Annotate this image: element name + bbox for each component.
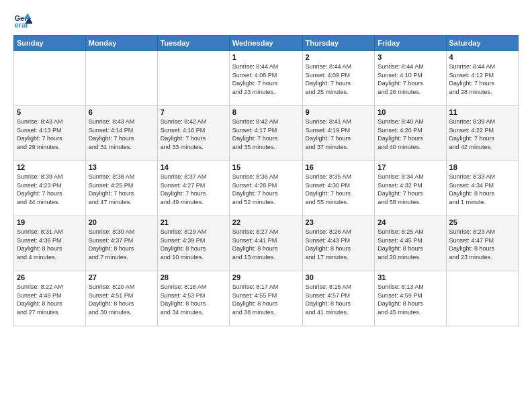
- day-info: Sunrise: 8:44 AM Sunset: 4:08 PM Dayligh…: [232, 62, 300, 96]
- day-number: 1: [232, 53, 300, 61]
- calendar-cell: 9Sunrise: 8:41 AM Sunset: 4:19 PM Daylig…: [302, 106, 375, 161]
- day-number: 4: [449, 53, 515, 61]
- calendar-cell: 13Sunrise: 8:38 AM Sunset: 4:25 PM Dayli…: [85, 161, 157, 216]
- calendar-cell: 11Sunrise: 8:39 AM Sunset: 4:22 PM Dayli…: [446, 106, 518, 161]
- day-number: 11: [449, 108, 515, 116]
- page: Gen eral SundayMondayTuesdayWednesdayThu…: [0, 0, 532, 411]
- day-info: Sunrise: 8:27 AM Sunset: 4:41 PM Dayligh…: [232, 228, 300, 261]
- day-info: Sunrise: 8:35 AM Sunset: 4:30 PM Dayligh…: [306, 173, 372, 206]
- calendar-cell: 18Sunrise: 8:33 AM Sunset: 4:34 PM Dayli…: [446, 161, 518, 216]
- day-number: 7: [161, 108, 226, 116]
- calendar-cell: 26Sunrise: 8:22 AM Sunset: 4:49 PM Dayli…: [14, 271, 86, 326]
- day-info: Sunrise: 8:40 AM Sunset: 4:20 PM Dayligh…: [378, 118, 443, 151]
- logo-icon: Gen eral: [13, 11, 32, 30]
- day-info: Sunrise: 8:22 AM Sunset: 4:49 PM Dayligh…: [17, 283, 83, 316]
- header-wednesday: Wednesday: [229, 36, 302, 51]
- calendar-cell: 12Sunrise: 8:39 AM Sunset: 4:23 PM Dayli…: [14, 161, 86, 216]
- day-number: 6: [89, 108, 154, 116]
- calendar-cell: [446, 271, 518, 326]
- day-number: 8: [232, 108, 300, 116]
- day-info: Sunrise: 8:43 AM Sunset: 4:14 PM Dayligh…: [89, 118, 154, 151]
- day-number: 25: [449, 218, 515, 226]
- day-info: Sunrise: 8:23 AM Sunset: 4:47 PM Dayligh…: [449, 228, 515, 261]
- day-info: Sunrise: 8:42 AM Sunset: 4:16 PM Dayligh…: [161, 118, 226, 151]
- day-info: Sunrise: 8:42 AM Sunset: 4:17 PM Dayligh…: [232, 118, 300, 151]
- calendar-cell: 25Sunrise: 8:23 AM Sunset: 4:47 PM Dayli…: [446, 216, 518, 271]
- day-number: 3: [378, 53, 443, 61]
- day-number: 20: [89, 218, 154, 226]
- calendar-week-1: 5Sunrise: 8:43 AM Sunset: 4:13 PM Daylig…: [14, 106, 519, 161]
- day-info: Sunrise: 8:29 AM Sunset: 4:39 PM Dayligh…: [161, 228, 226, 261]
- calendar-cell: 10Sunrise: 8:40 AM Sunset: 4:20 PM Dayli…: [375, 106, 446, 161]
- svg-text:eral: eral: [14, 21, 28, 29]
- day-number: 17: [378, 163, 443, 171]
- day-info: Sunrise: 8:43 AM Sunset: 4:13 PM Dayligh…: [17, 118, 83, 151]
- calendar-cell: 3Sunrise: 8:44 AM Sunset: 4:10 PM Daylig…: [375, 51, 446, 106]
- calendar-cell: 28Sunrise: 8:18 AM Sunset: 4:53 PM Dayli…: [157, 271, 229, 326]
- calendar-cell: 7Sunrise: 8:42 AM Sunset: 4:16 PM Daylig…: [157, 106, 229, 161]
- calendar-table: SundayMondayTuesdayWednesdayThursdayFrid…: [13, 35, 519, 326]
- calendar-cell: 30Sunrise: 8:15 AM Sunset: 4:57 PM Dayli…: [302, 271, 375, 326]
- day-number: 28: [161, 273, 226, 281]
- calendar-cell: 15Sunrise: 8:36 AM Sunset: 4:28 PM Dayli…: [229, 161, 302, 216]
- day-info: Sunrise: 8:34 AM Sunset: 4:32 PM Dayligh…: [378, 173, 443, 206]
- day-number: 29: [232, 273, 300, 281]
- day-number: 14: [161, 163, 226, 171]
- header-tuesday: Tuesday: [157, 36, 229, 51]
- day-info: Sunrise: 8:37 AM Sunset: 4:27 PM Dayligh…: [161, 173, 226, 206]
- day-number: 5: [17, 108, 83, 116]
- day-number: 9: [306, 108, 372, 116]
- calendar-header-row: SundayMondayTuesdayWednesdayThursdayFrid…: [14, 36, 519, 51]
- day-info: Sunrise: 8:33 AM Sunset: 4:34 PM Dayligh…: [449, 173, 515, 206]
- day-number: 31: [378, 273, 443, 281]
- calendar-cell: 27Sunrise: 8:20 AM Sunset: 4:51 PM Dayli…: [85, 271, 157, 326]
- day-number: 24: [378, 218, 443, 226]
- day-info: Sunrise: 8:44 AM Sunset: 4:10 PM Dayligh…: [378, 62, 443, 96]
- calendar-cell: 19Sunrise: 8:31 AM Sunset: 4:36 PM Dayli…: [14, 216, 86, 271]
- day-number: 16: [306, 163, 372, 171]
- calendar-cell: 4Sunrise: 8:44 AM Sunset: 4:12 PM Daylig…: [446, 51, 518, 106]
- day-number: 12: [17, 163, 83, 171]
- day-info: Sunrise: 8:38 AM Sunset: 4:25 PM Dayligh…: [89, 173, 154, 206]
- calendar-week-0: 1Sunrise: 8:44 AM Sunset: 4:08 PM Daylig…: [14, 51, 519, 106]
- day-info: Sunrise: 8:13 AM Sunset: 4:59 PM Dayligh…: [378, 283, 443, 316]
- calendar-cell: [85, 51, 157, 106]
- day-info: Sunrise: 8:18 AM Sunset: 4:53 PM Dayligh…: [161, 283, 226, 316]
- day-info: Sunrise: 8:36 AM Sunset: 4:28 PM Dayligh…: [232, 173, 300, 206]
- calendar-cell: 23Sunrise: 8:26 AM Sunset: 4:43 PM Dayli…: [302, 216, 375, 271]
- day-number: 15: [232, 163, 300, 171]
- calendar-cell: [157, 51, 229, 106]
- calendar-cell: 8Sunrise: 8:42 AM Sunset: 4:17 PM Daylig…: [229, 106, 302, 161]
- header: Gen eral: [13, 11, 519, 30]
- calendar-cell: 2Sunrise: 8:44 AM Sunset: 4:09 PM Daylig…: [302, 51, 375, 106]
- calendar-cell: 17Sunrise: 8:34 AM Sunset: 4:32 PM Dayli…: [375, 161, 446, 216]
- day-info: Sunrise: 8:39 AM Sunset: 4:22 PM Dayligh…: [449, 118, 515, 151]
- calendar-cell: [14, 51, 86, 106]
- calendar-week-3: 19Sunrise: 8:31 AM Sunset: 4:36 PM Dayli…: [14, 216, 519, 271]
- day-number: 19: [17, 218, 83, 226]
- day-info: Sunrise: 8:41 AM Sunset: 4:19 PM Dayligh…: [306, 118, 372, 151]
- calendar-cell: 1Sunrise: 8:44 AM Sunset: 4:08 PM Daylig…: [229, 51, 302, 106]
- header-friday: Friday: [375, 36, 446, 51]
- day-number: 23: [306, 218, 372, 226]
- day-info: Sunrise: 8:17 AM Sunset: 4:55 PM Dayligh…: [232, 283, 300, 316]
- day-number: 27: [89, 273, 154, 281]
- calendar-cell: 5Sunrise: 8:43 AM Sunset: 4:13 PM Daylig…: [14, 106, 86, 161]
- day-info: Sunrise: 8:44 AM Sunset: 4:12 PM Dayligh…: [449, 62, 515, 96]
- day-number: 18: [449, 163, 515, 171]
- day-number: 10: [378, 108, 443, 116]
- day-info: Sunrise: 8:26 AM Sunset: 4:43 PM Dayligh…: [306, 228, 372, 261]
- header-sunday: Sunday: [14, 36, 86, 51]
- day-number: 30: [306, 273, 372, 281]
- header-monday: Monday: [85, 36, 157, 51]
- calendar-cell: 6Sunrise: 8:43 AM Sunset: 4:14 PM Daylig…: [85, 106, 157, 161]
- day-number: 22: [232, 218, 300, 226]
- day-info: Sunrise: 8:31 AM Sunset: 4:36 PM Dayligh…: [17, 228, 83, 261]
- day-number: 2: [306, 53, 372, 61]
- calendar-week-2: 12Sunrise: 8:39 AM Sunset: 4:23 PM Dayli…: [14, 161, 519, 216]
- calendar-cell: 22Sunrise: 8:27 AM Sunset: 4:41 PM Dayli…: [229, 216, 302, 271]
- day-number: 21: [161, 218, 226, 226]
- calendar-cell: 16Sunrise: 8:35 AM Sunset: 4:30 PM Dayli…: [302, 161, 375, 216]
- calendar-week-4: 26Sunrise: 8:22 AM Sunset: 4:49 PM Dayli…: [14, 271, 519, 326]
- header-thursday: Thursday: [302, 36, 375, 51]
